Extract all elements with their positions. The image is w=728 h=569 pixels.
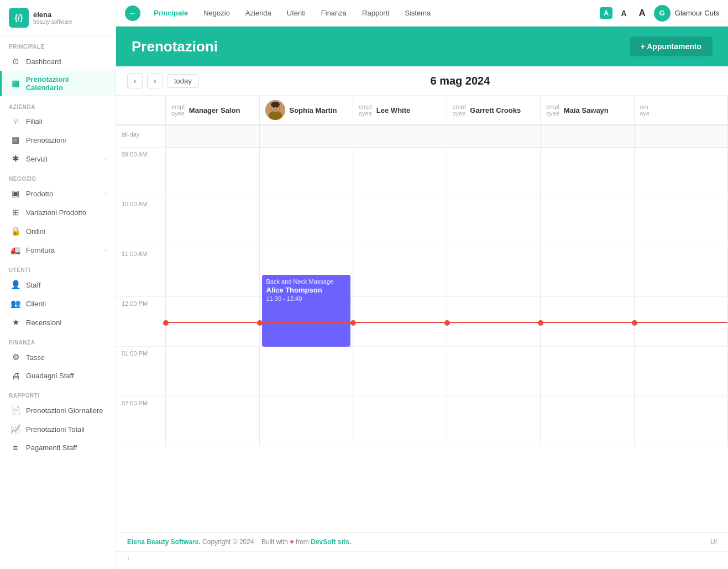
sidebar-item-label: Prenotazioni Calendario — [26, 75, 107, 92]
app-name: elena — [33, 11, 72, 19]
time-row — [635, 347, 728, 396]
footer-left: Elena Beauty Software. Copyright © 2024 … — [127, 538, 352, 546]
sidebar-item-filiali[interactable]: ⑂ Filiali — [0, 112, 116, 130]
all-day-slot — [541, 126, 634, 148]
staff-role-label2: oyee — [359, 110, 372, 117]
bottom-scroll-bar[interactable]: ‹ — [116, 551, 728, 565]
timeslot-1200: 12:00 PM — [116, 297, 165, 347]
footer-copyright: Copyright © 2024 — [202, 538, 254, 546]
top-navigation: ← Principale Negozio Azienda Utenti Fina… — [116, 0, 728, 27]
nav-azienda[interactable]: Azienda — [239, 6, 278, 20]
staff-role-label: em — [640, 103, 650, 110]
sidebar-item-prenotazioni[interactable]: ▦ Prenotazioni — [0, 130, 116, 149]
sidebar-item-label: Ordini — [26, 227, 45, 236]
today-button[interactable]: today — [167, 74, 199, 88]
sidebar-item-prenotazioni-totali[interactable]: 📈 Prenotazioni Totali — [0, 420, 116, 439]
section-principale: PRINCIPALE — [0, 36, 116, 52]
page-header: Prenotazioni + Appuntamento — [116, 27, 728, 66]
sidebar-item-recensioni[interactable]: ★ Recensioni — [0, 313, 116, 332]
all-day-slot — [166, 126, 259, 148]
sidebar-item-servizi[interactable]: ✱ Servizi › — [0, 149, 116, 168]
sidebar-item-guadagni-staff[interactable]: 🖨 Guadagni Staff — [0, 367, 116, 385]
staff-day-col-garrett[interactable] — [447, 126, 541, 446]
logo: {/} elena beauty software — [0, 0, 116, 36]
time-row — [541, 297, 634, 347]
section-azienda: AZIENDA — [0, 96, 116, 112]
time-row — [635, 247, 728, 297]
section-utenti: UTENTI — [0, 259, 116, 275]
svg-point-6 — [271, 102, 280, 107]
main-content: ← Principale Negozio Azienda Utenti Fina… — [116, 0, 728, 569]
footer-built-with: Built with — [261, 538, 290, 546]
time-col-header — [116, 96, 166, 124]
sidebar-item-clienti[interactable]: 👥 Clienti — [0, 294, 116, 313]
calendar-icon: ▦ — [11, 79, 20, 88]
add-appointment-button[interactable]: + Appuntamento — [630, 36, 713, 56]
sidebar-item-prenotazioni-giornaliere[interactable]: 📄 Prenotazioni Giornaliere — [0, 401, 116, 420]
staff-day-col-manager[interactable] — [166, 126, 260, 446]
page-content: Prenotazioni + Appuntamento ‹ › today 6 … — [116, 27, 728, 569]
next-button[interactable]: › — [147, 73, 163, 88]
appointment-time: 11:30 - 12:40 — [266, 295, 347, 302]
font-small-button[interactable]: A — [600, 7, 612, 19]
all-day-slot — [260, 126, 353, 148]
nav-finanza[interactable]: Finanza — [315, 6, 353, 20]
footer-right: UI — [710, 538, 717, 546]
time-row — [541, 197, 634, 247]
timeslot-1000: 10:00 AM — [116, 197, 165, 247]
time-row — [166, 297, 259, 347]
time-row — [541, 247, 634, 297]
sidebar-item-prenotazioni-calendario[interactable]: ▦ Prenotazioni Calendario — [0, 71, 116, 96]
scroll-left-icon[interactable]: ‹ — [127, 554, 129, 562]
sidebar-item-pagamenti-staff[interactable]: ≡ Pagamenti Staff — [0, 439, 116, 457]
sidebar-item-label: Fornitura — [26, 246, 55, 254]
time-row — [353, 197, 447, 247]
sidebar-item-staff[interactable]: 👤 Staff — [0, 275, 116, 294]
nav-rapporti[interactable]: Rapporti — [355, 6, 396, 20]
sidebar-item-label: Guadagni Staff — [26, 372, 74, 380]
appointment-client: Alice Thompson — [266, 286, 347, 294]
staff-role-label: empl — [453, 103, 466, 110]
appointment-alice-thompson[interactable]: Back and Neck Massage Alice Thompson 11:… — [262, 275, 351, 347]
staff-col-maia-sawayn: empl oyee Maia Sawayn — [541, 96, 635, 124]
prev-button[interactable]: ‹ — [127, 73, 143, 88]
current-time-line — [353, 322, 447, 323]
current-time-line — [635, 322, 728, 323]
nav-sistema[interactable]: Sistema — [398, 6, 437, 20]
font-med-button[interactable]: A — [617, 7, 630, 19]
current-time-dot — [257, 320, 263, 326]
sidebar-item-tasse[interactable]: ⚙ Tasse — [0, 348, 116, 367]
sidebar-item-dashboard[interactable]: ⊙ Dashboard — [0, 52, 116, 71]
nav-utenti[interactable]: Utenti — [280, 6, 312, 20]
staff-day-col-sophia[interactable]: Back and Neck Massage Alice Thompson 11:… — [260, 126, 354, 446]
nav-principale[interactable]: Principale — [147, 6, 195, 20]
servizi-icon: ✱ — [11, 154, 20, 164]
sidebar-item-label: Staff — [26, 281, 41, 289]
sidebar-item-fornitura[interactable]: 🚛 Fornitura › — [0, 241, 116, 259]
page-title: Prenotazioni — [132, 38, 218, 55]
staff-day-col-lee[interactable] — [353, 126, 447, 446]
current-time-line — [541, 322, 634, 323]
staff-name: Sophia Martin — [290, 106, 337, 114]
section-finanza: FINANZA — [0, 332, 116, 348]
font-large-button[interactable]: A — [635, 6, 650, 20]
user-avatar[interactable]: G — [654, 5, 671, 22]
nav-negozio[interactable]: Negozio — [197, 6, 237, 20]
staff-day-col-maia[interactable] — [541, 126, 635, 446]
staff-role-label2: oye — [640, 110, 650, 117]
sidebar-item-variazioni-prodotto[interactable]: ⊞ Variazioni Prodotto — [0, 203, 116, 222]
sidebar-item-prodotto[interactable]: ▣ Prodotto › — [0, 184, 116, 203]
sidebar-item-ordini[interactable]: 🔒 Ordini — [0, 222, 116, 241]
clienti-icon: 👥 — [11, 299, 20, 309]
staff-day-col-extra[interactable] — [635, 126, 729, 446]
time-row — [166, 148, 259, 197]
time-row — [353, 148, 447, 197]
topnav-right: A A A G Glamour Cuts — [600, 5, 719, 22]
current-time-dot — [538, 320, 543, 326]
time-row — [166, 197, 259, 247]
sidebar-item-label: Servizi — [26, 155, 48, 163]
back-button[interactable]: ← — [125, 6, 140, 21]
variazioni-icon: ⊞ — [11, 207, 20, 217]
calendar-toolbar: ‹ › today 6 mag 2024 — [116, 66, 728, 96]
sidebar-item-label: Prenotazioni — [26, 136, 66, 144]
